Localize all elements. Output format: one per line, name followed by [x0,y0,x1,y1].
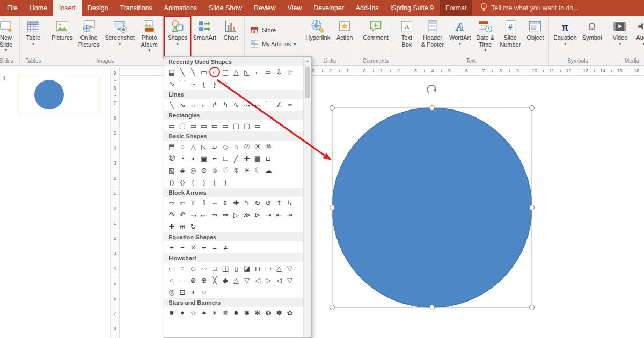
shape-icon[interactable]: { [209,177,220,187]
tab-file[interactable]: File [1,0,24,16]
shape-icon[interactable]: ) [199,177,209,187]
shape-icon[interactable]: ○ [177,263,188,274]
shape-icon[interactable]: ≫ [241,209,252,220]
shape-icon[interactable]: ⇨ [166,197,177,208]
shape-icon[interactable]: ╱ [231,153,241,164]
shape-icon[interactable]: ▭ [252,120,263,131]
shape-icon[interactable]: ⇧ [188,197,199,208]
ribbon-button-audio[interactable]: Audio▾ [632,17,644,57]
shape-icon[interactable]: ◖ [188,286,199,297]
shape-icon[interactable]: ↜ [252,99,263,110]
shape-icon[interactable]: ⇒ [220,209,231,220]
shape-icon[interactable]: △ [188,141,199,152]
shape-icon[interactable]: ❂ [263,307,274,318]
shape-icon[interactable]: ⇩ [274,67,284,77]
shape-icon[interactable]: ⇨ [263,67,274,77]
shape-icon[interactable]: □ [209,263,220,274]
shape-icon[interactable]: ⇩ [199,197,209,208]
shape-icon[interactable]: ◇ [188,263,199,274]
shape-icon[interactable]: ↱ [209,99,220,110]
shape-icon[interactable]: ⑧ [252,141,263,152]
shape-icon[interactable]: ↺ [263,197,274,208]
shape-icon[interactable]: ↯ [231,165,241,175]
shape-icon[interactable]: ✶ [199,307,209,318]
tab-insert[interactable]: Insert [53,0,82,16]
shape-icon[interactable]: ☀ [241,165,252,175]
shape-icon[interactable]: ▧ [166,165,177,175]
shapes-menu-scrollbar[interactable]: ▲ [303,57,311,337]
shape-icon[interactable]: ◖ [188,153,199,164]
shape-icon[interactable]: ✻ [252,307,263,318]
ribbon-button-online-pictures[interactable]: OnlinePictures [76,17,103,57]
shape-icon[interactable]: ↰ [241,197,252,208]
shape-icon[interactable]: ◆ [220,275,231,285]
selection-handle[interactable] [530,305,535,310]
shape-icon[interactable]: ⑫ [166,153,177,164]
shape-icon[interactable]: ▱ [199,263,209,274]
ribbon-button-new-slide[interactable]: NewSlide▾ [0,17,18,57]
tell-me-box[interactable]: Tell me what you want to do... [480,0,579,16]
shape-icon[interactable]: ▽ [241,275,252,285]
ribbon-button-slide-number[interactable]: #SlideNumber [497,17,523,57]
shape-icon[interactable]: ⇛ [209,209,220,220]
shape-icon[interactable]: ⇥ [263,209,274,220]
ribbon-button-chart[interactable]: Chart [219,17,243,57]
shape-icon[interactable]: ◁ [252,275,263,285]
shape-icon[interactable]: △ [231,67,241,77]
shape-icon[interactable]: () [166,177,177,187]
selection-handle[interactable] [530,106,535,111]
selection-handle[interactable] [330,305,335,310]
shape-icon[interactable]: ☆ [220,78,231,89]
tab-home[interactable]: Home [24,0,53,16]
shape-icon[interactable]: ○ [166,275,177,285]
shape-icon[interactable]: ∟ [220,153,231,164]
shape-icon[interactable]: ▢ [241,120,252,131]
shape-icon[interactable]: ⌐ [252,67,263,77]
shape-icon[interactable]: ↷ [166,209,177,220]
ribbon-button-object[interactable]: Object [523,17,547,57]
shape-icon[interactable]: ◈ [177,165,188,175]
shape-icon[interactable]: } [209,78,220,89]
shape-icon[interactable]: ▯ [231,263,241,274]
selection-handle[interactable] [430,106,435,111]
shape-icon[interactable]: ▭ [263,263,274,274]
shape-icon[interactable]: ∿ [231,99,241,110]
shape-icon[interactable]: ⑦ [241,141,252,152]
shape-icon[interactable]: { [199,78,209,89]
shape-icon[interactable]: ▭ [188,120,199,131]
shape-icon[interactable]: ✹ [231,307,241,318]
shape-icon[interactable]: ↶ [177,209,188,220]
shape-icon[interactable]: ~ [188,78,199,89]
shape-icon[interactable]: ▷ [263,275,274,285]
ribbon-button-my-add-ins[interactable]: My Add-ins▾ [250,39,296,49]
shape-icon[interactable]: ⊟ [177,286,188,297]
shape-icon[interactable]: ○ [177,141,188,152]
shape-icon[interactable]: ( [188,177,199,187]
shape-icon[interactable]: ☺ [209,165,220,175]
rotation-handle[interactable] [427,85,436,93]
shape-icon[interactable]: ☆ [284,67,295,77]
shape-icon[interactable]: ◺ [199,141,209,152]
tab-add-ins[interactable]: Add-Ins [350,0,385,16]
shape-icon[interactable]: ◔ [177,153,188,164]
ribbon-button-text-box[interactable]: ATextBox [395,17,419,57]
shape-icon[interactable]: ◺ [241,67,252,77]
ribbon-button-table[interactable]: Table▾ [21,17,45,57]
shape-icon[interactable]: ✸ [166,307,177,318]
shape-icon[interactable]: ▽ [284,275,295,285]
shape-icon[interactable]: ✚ [166,221,177,232]
shape-icon[interactable]: {} [177,177,188,187]
shape-icon[interactable]: ↳ [284,197,295,208]
shape-icon[interactable]: ▽ [284,263,295,274]
shape-icon[interactable]: ✚ [241,153,252,164]
shape-icon[interactable]: ⊓ [252,263,263,274]
shape-icon[interactable]: ⌐ [209,153,220,164]
slide-thumbnail[interactable] [18,76,99,113]
ribbon-button-header-footer[interactable]: Header& Footer [419,17,447,57]
tab-transitions[interactable]: Transitions [114,0,158,16]
ribbon-button-video[interactable]: Video▾ [608,17,632,57]
shape-icon[interactable]: ≈ [284,99,295,110]
selection-handle[interactable] [430,305,435,310]
shape-icon[interactable]: ≠ [220,242,231,253]
shape-icon[interactable]: ✽ [274,307,284,318]
